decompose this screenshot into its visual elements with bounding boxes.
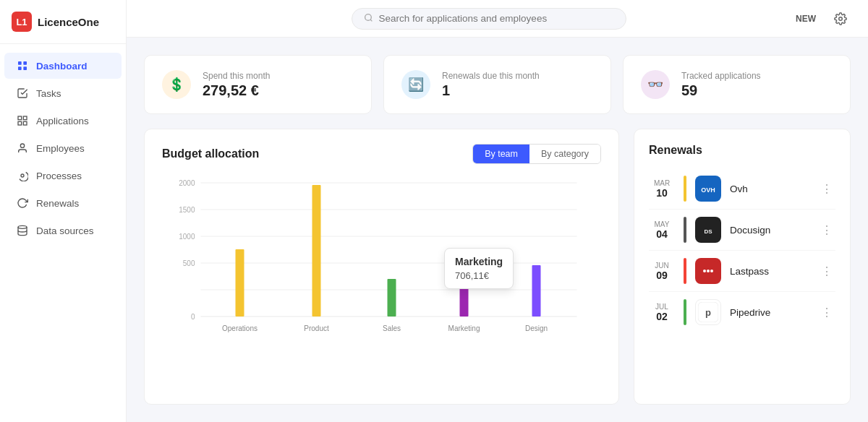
chart-section: Budget allocation By team By category [144, 129, 619, 405]
svg-rect-26 [312, 185, 321, 316]
spend-value: 279,52 € [203, 82, 270, 99]
svg-rect-4 [18, 116, 22, 120]
toggle-by-team[interactable]: By team [473, 145, 529, 163]
svg-point-13 [839, 17, 843, 20]
renewal-name-docusign: Docusign [730, 225, 809, 236]
toggle-by-category[interactable]: By category [529, 145, 600, 163]
svg-rect-27 [388, 279, 396, 316]
renewals-info: Renewals due this month 1 [442, 71, 540, 99]
sidebar-item-applications[interactable]: Applications [4, 108, 122, 134]
tracked-info: Tracked applications 59 [681, 71, 761, 99]
renewal-day-ovh: 10 [649, 187, 675, 199]
renewal-more-ovh[interactable]: ⋮ [818, 181, 835, 197]
svg-rect-25 [236, 249, 244, 316]
toggle-group: By team By category [472, 144, 601, 164]
svg-text:Sales: Sales [383, 324, 401, 332]
sidebar: L1 LicenceOne Dashboard Tasks Applicatio… [0, 0, 127, 422]
svg-rect-5 [23, 116, 27, 120]
sidebar-item-renewals[interactable]: Renewals [4, 190, 122, 216]
svg-point-9 [21, 174, 24, 177]
renewal-logo-ovh: OVH [695, 176, 721, 202]
dashboard-icon [16, 59, 29, 72]
renewal-month-ovh: Mar [649, 179, 675, 187]
header-actions: NEW [790, 9, 851, 29]
svg-text:2000: 2000 [179, 179, 195, 187]
renewal-dot-ovh [684, 176, 686, 202]
renewal-logo-docusign: DS [695, 217, 721, 243]
svg-point-8 [20, 144, 24, 147]
renewal-item-lastpass: Jun 09 Lastpass ⋮ [649, 251, 835, 292]
spend-info: Spend this month 279,52 € [203, 71, 270, 99]
sidebar-item-label-applications: Applications [36, 116, 89, 126]
search-bar[interactable] [352, 8, 626, 30]
renewal-month-docusign: May [649, 220, 675, 228]
renewal-date-lastpass: Jun 09 [649, 262, 675, 281]
sidebar-item-label-employees: Employees [36, 143, 85, 154]
renewal-icon: 🔄 [401, 70, 430, 99]
sidebar-item-label-renewals: Renewals [36, 198, 79, 209]
renewal-day-pipedrive: 02 [649, 311, 675, 322]
sidebar-item-label-dashboard: Dashboard [36, 61, 88, 72]
main-content: NEW 💲 Spend this month 279,52 € 🔄 Renewa… [127, 0, 868, 422]
applications-icon [16, 114, 29, 127]
renewal-dot-pipedrive [684, 299, 686, 325]
chart-area: 2000 1500 1000 500 0 [162, 176, 601, 342]
spend-icon: 💲 [162, 70, 191, 99]
stat-card-renewals: 🔄 Renewals due this month 1 [383, 55, 611, 114]
sidebar-item-processes[interactable]: Processes [4, 163, 122, 189]
settings-icon[interactable] [830, 9, 851, 29]
tracked-label: Tracked applications [681, 71, 761, 81]
chart-title: Budget allocation [162, 147, 259, 160]
renewal-item-docusign: May 04 DS Docusign ⋮ [649, 210, 835, 251]
sidebar-item-employees[interactable]: Employees [4, 135, 122, 161]
renewal-logo-pipedrive: p [695, 299, 721, 325]
search-input[interactable] [379, 13, 614, 24]
stats-row: 💲 Spend this month 279,52 € 🔄 Renewals d… [144, 55, 851, 114]
logo[interactable]: L1 LicenceOne [0, 0, 126, 44]
svg-rect-0 [18, 61, 22, 65]
stat-card-tracked: 👓 Tracked applications 59 [623, 55, 851, 114]
renewal-item-ovh: Mar 10 OVH Ovh ⋮ [649, 168, 835, 210]
chart-svg: 2000 1500 1000 500 0 [162, 176, 601, 342]
sidebar-item-tasks[interactable]: Tasks [4, 80, 122, 106]
svg-text:p: p [705, 307, 711, 318]
renewals-value: 1 [442, 82, 540, 99]
svg-point-40 [703, 270, 706, 272]
renewal-more-lastpass[interactable]: ⋮ [818, 263, 835, 280]
data-sources-icon [16, 224, 29, 237]
svg-point-11 [365, 14, 371, 20]
content: 💲 Spend this month 279,52 € 🔄 Renewals d… [127, 38, 868, 422]
svg-text:0: 0 [191, 313, 195, 321]
svg-text:1000: 1000 [179, 233, 195, 241]
renewals-panel: Renewals Mar 10 OVH Ovh ⋮ [634, 129, 851, 405]
sidebar-item-dashboard[interactable]: Dashboard [4, 53, 122, 79]
svg-text:500: 500 [183, 259, 195, 267]
chart-header: Budget allocation By team By category [162, 144, 601, 164]
svg-text:Product: Product [304, 324, 329, 332]
svg-rect-2 [18, 66, 22, 70]
tasks-icon [16, 87, 29, 100]
renewal-item-pipedrive: Jul 02 p Pipedrive ⋮ [649, 292, 835, 332]
renewals-label: Renewals due this month [442, 71, 540, 81]
sidebar-item-data-sources[interactable]: Data sources [4, 218, 122, 244]
svg-text:DS: DS [704, 228, 712, 235]
renewals-icon [16, 197, 29, 210]
renewal-more-pipedrive[interactable]: ⋮ [818, 304, 835, 321]
svg-rect-3 [23, 66, 27, 70]
renewal-more-docusign[interactable]: ⋮ [818, 222, 835, 238]
new-button[interactable]: NEW [790, 11, 822, 27]
employees-icon [16, 142, 29, 155]
svg-rect-7 [23, 121, 27, 125]
tracked-icon: 👓 [641, 70, 670, 99]
sidebar-nav: Dashboard Tasks Applications Employees P… [0, 44, 126, 252]
sidebar-item-label-data-sources: Data sources [36, 225, 94, 236]
svg-text:OVH: OVH [701, 186, 715, 194]
stat-card-spend: 💲 Spend this month 279,52 € [144, 55, 372, 114]
processes-icon [16, 169, 29, 182]
svg-rect-29 [532, 265, 541, 316]
renewal-month-pipedrive: Jul [649, 303, 675, 311]
spend-label: Spend this month [203, 71, 270, 81]
renewal-dot-lastpass [684, 258, 686, 284]
renewal-dot-docusign [684, 217, 686, 243]
svg-rect-1 [23, 61, 27, 65]
